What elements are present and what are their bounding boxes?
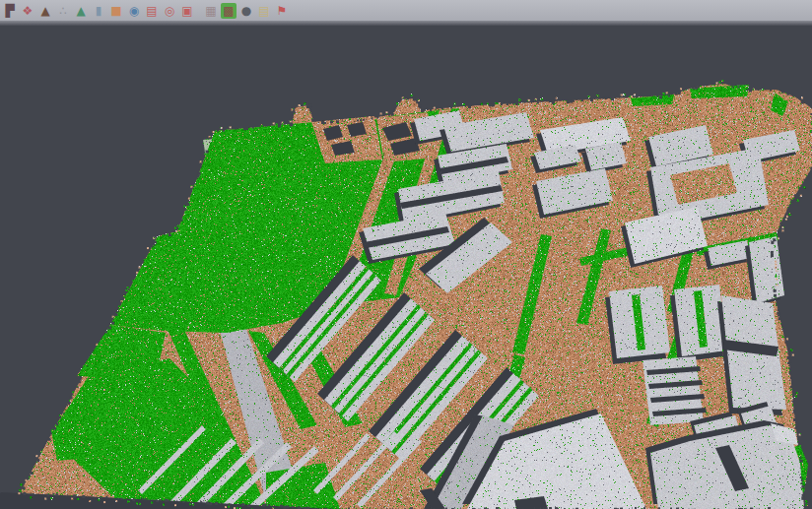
circle-target-icon[interactable]: ◎: [162, 3, 177, 19]
dark-blocks-icon[interactable]: ▛: [2, 3, 18, 19]
green-hill-icon[interactable]: ▲: [73, 3, 89, 19]
scatter-points-icon[interactable]: ❖: [20, 3, 35, 19]
orange-tile-icon[interactable]: ■: [108, 3, 124, 19]
checker-tile-icon[interactable]: ▦: [203, 3, 219, 19]
toolbar: ▛❖▲∴▲▮■◉▤◎▣▦▩●▤⚑: [0, 0, 812, 21]
tan-layers-icon[interactable]: ▤: [256, 3, 272, 19]
point-cloud-canvas[interactable]: [0, 26, 812, 509]
red-flag-icon[interactable]: ⚑: [274, 3, 290, 19]
striped-layers-icon[interactable]: ▤: [144, 3, 160, 19]
vertical-panel-icon[interactable]: ▮: [91, 3, 106, 19]
3d-viewport[interactable]: [0, 26, 812, 509]
application-window: ▛❖▲∴▲▮■◉▤◎▣▦▩●▤⚑: [0, 0, 812, 509]
extent-box-icon[interactable]: ▣: [179, 3, 195, 19]
sphere-icon[interactable]: ●: [238, 3, 254, 19]
terrain-mound-icon[interactable]: ▲: [37, 3, 53, 19]
sparse-points-icon[interactable]: ∴: [55, 3, 71, 19]
classification-map-icon[interactable]: ▩: [221, 3, 237, 19]
globe-icon[interactable]: ◉: [126, 3, 142, 19]
